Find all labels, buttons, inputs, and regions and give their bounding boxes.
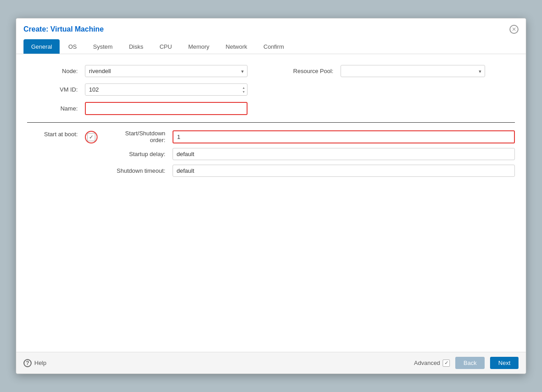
shutdown-timeout-row: Shutdown timeout: default	[110, 165, 515, 177]
advanced-section: Advanced ✓	[414, 360, 450, 367]
tab-confirm[interactable]: Confirm	[256, 39, 292, 54]
boot-options: Start/Shutdownorder: 1 Startup delay: de…	[101, 130, 515, 177]
footer-actions: Advanced ✓ Back Next	[414, 357, 519, 369]
name-input[interactable]: OpnSense	[85, 102, 248, 115]
tab-general[interactable]: General	[23, 39, 60, 54]
node-select[interactable]: rivendell	[85, 65, 248, 77]
tab-memory[interactable]: Memory	[181, 39, 217, 54]
vmid-row: VM ID: 102 ▲ ▼	[27, 83, 515, 96]
dialog-content: Node: rivendell Resource Pool:	[16, 54, 526, 352]
resource-pool-label: Resource Pool:	[278, 68, 337, 74]
section-divider	[27, 122, 515, 123]
vmid-label: VM ID:	[27, 86, 81, 93]
name-row: Name: OpnSense	[27, 102, 515, 115]
name-field: OpnSense	[85, 102, 248, 115]
advanced-label: Advanced	[414, 360, 440, 366]
startup-delay-label: Startup delay:	[110, 151, 169, 157]
node-row: Node: rivendell Resource Pool:	[27, 65, 515, 77]
vmid-field: 102 ▲ ▼	[85, 83, 248, 96]
start-at-boot-checkbox-circle[interactable]: ✓	[85, 131, 98, 143]
vmid-spinner: ▲ ▼	[241, 83, 247, 96]
vmid-input[interactable]: 102	[85, 83, 248, 96]
order-label: Start/Shutdownorder:	[110, 130, 169, 143]
node-field: rivendell	[85, 65, 248, 77]
tab-cpu[interactable]: CPU	[152, 39, 179, 54]
advanced-checkbox[interactable]: ✓	[443, 360, 450, 367]
shutdown-timeout-label: Shutdown timeout:	[110, 167, 169, 174]
name-label: Name:	[27, 105, 81, 112]
dialog-footer: ? Help Advanced ✓ Back Next	[16, 352, 526, 374]
vmid-up-arrow[interactable]: ▲	[241, 86, 247, 90]
vmid-down-arrow[interactable]: ▼	[241, 90, 247, 94]
close-icon: ✕	[512, 26, 516, 32]
start-at-boot-checkbox[interactable]: ✓	[87, 133, 95, 141]
node-label: Node:	[27, 68, 81, 74]
dialog-title: Create: Virtual Machine	[23, 25, 104, 33]
shutdown-timeout-input[interactable]: default	[173, 165, 515, 177]
tab-system[interactable]: System	[85, 39, 120, 54]
dialog-overlay: Create: Virtual Machine ✕ General OS Sys…	[0, 0, 542, 392]
dialog-titlebar: Create: Virtual Machine ✕ General OS Sys…	[16, 18, 526, 54]
tab-network[interactable]: Network	[218, 39, 255, 54]
help-section[interactable]: ? Help	[23, 359, 47, 367]
order-input[interactable]: 1	[173, 130, 515, 143]
back-button[interactable]: Back	[455, 357, 485, 369]
tab-bar: General OS System Disks CPU Memory Netwo…	[23, 39, 519, 54]
help-label: Help	[34, 360, 47, 366]
help-icon: ?	[23, 359, 32, 367]
boot-section: Start at boot: ✓ Start/Shutdownorder: 1	[27, 130, 515, 177]
order-row: Start/Shutdownorder: 1	[110, 130, 515, 143]
next-button[interactable]: Next	[490, 357, 519, 369]
tab-os[interactable]: OS	[61, 39, 84, 54]
startup-delay-input[interactable]: default	[173, 148, 515, 160]
tab-disks[interactable]: Disks	[121, 39, 151, 54]
startup-delay-row: Startup delay: default	[110, 148, 515, 160]
close-button[interactable]: ✕	[509, 25, 519, 34]
create-vm-dialog: Create: Virtual Machine ✕ General OS Sys…	[16, 18, 526, 374]
resource-pool-select[interactable]	[341, 65, 485, 77]
start-at-boot-label: Start at boot:	[27, 131, 81, 138]
